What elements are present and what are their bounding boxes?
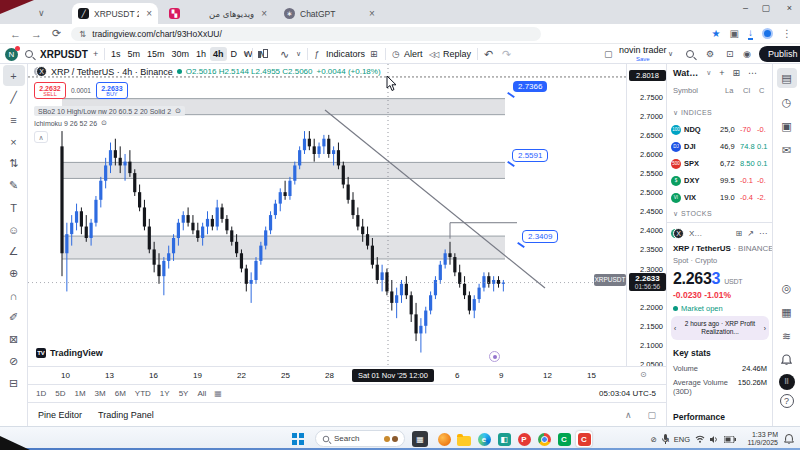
- timeframe-5m[interactable]: 5m: [125, 47, 144, 61]
- timeframe-15m[interactable]: 15m: [144, 47, 168, 61]
- language-indicator[interactable]: ENG: [674, 435, 690, 444]
- news-next-icon[interactable]: ›: [764, 325, 766, 332]
- crosshair-tool-icon[interactable]: +: [3, 65, 25, 86]
- volume-icon[interactable]: [710, 435, 719, 444]
- publish-button[interactable]: Publish: [759, 44, 800, 64]
- window-minimize-button[interactable]: –: [743, 3, 748, 13]
- bookmark-star-icon[interactable]: ★: [712, 28, 721, 39]
- tab-videos[interactable]: ▚ ویدیوهای من ×: [163, 3, 273, 24]
- legend-collapse-button[interactable]: ∧: [34, 131, 48, 143]
- layout-caret-icon[interactable]: ∨: [668, 44, 673, 64]
- watchlist-panel-icon[interactable]: ▤: [777, 68, 797, 88]
- tab-close-icon[interactable]: ×: [261, 8, 267, 19]
- apps-grid-icon[interactable]: ⠿: [779, 374, 795, 390]
- indicator-row-sb[interactable]: SBo2 10 High/Low nw 20 60.5 2 20 Solid 2…: [34, 106, 185, 116]
- range-5D[interactable]: 5D: [55, 389, 65, 398]
- chart-type-line-icon[interactable]: ∿: [280, 44, 289, 64]
- browser-menu-icon[interactable]: ⋮: [782, 28, 792, 39]
- chart-legend[interactable]: X XRP / TetherUS · 4h · Binance O2.5016 …: [36, 66, 381, 77]
- pair-title[interactable]: XRP / TetherUS · BINANCE: [673, 244, 774, 253]
- time-axis-settings-icon[interactable]: ⊙: [640, 370, 647, 379]
- compare-add-icon[interactable]: +: [93, 44, 98, 64]
- price-axis[interactable]: 2.75002.70002.65002.60002.55002.50002.45…: [626, 64, 666, 366]
- panel-expand-icon[interactable]: ∧: [625, 410, 632, 420]
- timeframe-D[interactable]: D: [228, 47, 241, 61]
- window-maximize-button[interactable]: ▢: [761, 3, 770, 13]
- watchlist-row-dxy[interactable]: $DXY99.5-0.1-0.: [671, 173, 769, 188]
- time-axis[interactable]: Sat 01 Nov '25 12:00 ⊙ 10131619222528691…: [28, 366, 666, 384]
- chat-panel-icon[interactable]: ✉: [777, 140, 797, 160]
- p-app-icon[interactable]: P: [516, 431, 532, 447]
- explorer-app-icon[interactable]: [456, 431, 472, 447]
- watchlist-row-vix[interactable]: VIVIX19.0-0.4-2.: [671, 190, 769, 205]
- download-icon[interactable]: ↓: [748, 27, 753, 40]
- trading-panel-tab[interactable]: Trading Panel: [98, 410, 154, 420]
- news-prev-icon[interactable]: ‹: [674, 325, 676, 332]
- chrome-app-icon[interactable]: [536, 431, 552, 447]
- symbol-search-icon[interactable]: [25, 44, 33, 64]
- window-close-button[interactable]: ×: [787, 3, 792, 13]
- watchlist-grid-icon[interactable]: ⊞: [733, 68, 741, 78]
- settings-gear-icon[interactable]: ⚙: [706, 44, 714, 64]
- reload-icon[interactable]: ⟳: [52, 27, 61, 40]
- price-callout-2.7366[interactable]: 2.7366: [513, 81, 547, 92]
- replay-icon[interactable]: ◁◁: [429, 44, 437, 64]
- pane-grid-icon[interactable]: ⊞: [736, 229, 743, 238]
- timeframe-4h[interactable]: 4h: [210, 47, 227, 61]
- drawing-mode-tool-icon[interactable]: ✐: [3, 307, 25, 328]
- chart-plot-area[interactable]: X XRP / TetherUS · 4h · Binance O2.5016 …: [28, 64, 626, 366]
- timeframe-1s[interactable]: 1s: [108, 47, 124, 61]
- news-event-marker[interactable]: [489, 351, 500, 362]
- fullscreen-icon[interactable]: ⊡: [726, 44, 734, 64]
- indicator-row-ichimoku[interactable]: Ichimoku 9 26 52 26 ⊙: [34, 119, 107, 127]
- screener-target-icon[interactable]: ◎: [777, 278, 797, 298]
- go-to-date-icon[interactable]: ▦: [214, 389, 222, 398]
- text-tool-icon[interactable]: T: [3, 197, 25, 218]
- task-view-icon[interactable]: ▦: [412, 431, 428, 447]
- remove-all-tool-icon[interactable]: ⊟: [3, 373, 25, 394]
- alert-clock-icon[interactable]: ◷: [392, 44, 400, 64]
- eye-icon[interactable]: ⊙: [101, 119, 107, 127]
- site-info-icon[interactable]: ⇅: [79, 29, 86, 39]
- indicators-button[interactable]: Indicators: [326, 44, 365, 64]
- camtasia-green-app-icon[interactable]: C: [556, 431, 572, 447]
- magnet-tool-icon[interactable]: ∩: [3, 285, 25, 306]
- edge-app-icon[interactable]: e: [476, 431, 492, 447]
- indices-section-header[interactable]: ∨ INDICES: [673, 109, 712, 117]
- range-3M[interactable]: 3M: [95, 389, 106, 398]
- hide-all-tool-icon[interactable]: ⊘: [3, 351, 25, 372]
- taskbar-search[interactable]: Search: [315, 430, 405, 447]
- layers-panel-icon[interactable]: ▣: [777, 116, 797, 136]
- emoji-tool-icon[interactable]: ☺: [3, 219, 25, 240]
- price-callout-2.3409[interactable]: 2.3409: [522, 230, 558, 243]
- wifi-icon[interactable]: [695, 435, 705, 443]
- clock-timezone[interactable]: 05:03:04 UTC-5: [599, 389, 656, 398]
- layout-name-button[interactable]: novin traderSave: [619, 44, 667, 64]
- eye-icon[interactable]: ⊙: [175, 107, 181, 115]
- watchlist-row-ndq[interactable]: 100NDQ25,0-70-0.: [671, 122, 769, 137]
- alert-button[interactable]: Alert: [404, 44, 423, 64]
- windows-start-button[interactable]: [292, 433, 304, 445]
- forward-icon[interactable]: →: [31, 28, 42, 40]
- tab-chatgpt[interactable]: ∗ ChatGPT ×: [278, 3, 386, 24]
- watchlist-more-icon[interactable]: ⋯: [748, 68, 757, 78]
- replay-button[interactable]: Replay: [443, 44, 471, 64]
- firefox-app-icon[interactable]: [436, 431, 452, 447]
- forecast-position-tool-icon[interactable]: ⇅: [3, 153, 25, 174]
- price-callout-2.5591[interactable]: 2.5591: [512, 149, 548, 162]
- microphone-icon[interactable]: [662, 434, 669, 444]
- indicators-fx-icon[interactable]: ƒ: [314, 44, 319, 64]
- tab-close-icon[interactable]: ×: [369, 8, 375, 19]
- pane-more-icon[interactable]: ⋯: [759, 229, 767, 238]
- tab-search-chevron-icon[interactable]: ∨: [38, 8, 45, 18]
- pane-external-icon[interactable]: ↗: [747, 229, 754, 238]
- range-YTD[interactable]: YTD: [135, 389, 151, 398]
- battery-icon[interactable]: [724, 436, 736, 443]
- pine-editor-tab[interactable]: Pine Editor: [38, 410, 82, 420]
- stocks-section-header[interactable]: ∨ STOCKS: [673, 210, 712, 218]
- timeframe-more-icon[interactable]: ∨: [243, 44, 248, 64]
- notifications-tray-bell-icon[interactable]: [784, 434, 794, 445]
- zoom-in-tool-icon[interactable]: ⊕: [3, 263, 25, 284]
- browser-profile-avatar[interactable]: [762, 28, 773, 39]
- touchpad-off-icon[interactable]: ⊘: [650, 435, 656, 444]
